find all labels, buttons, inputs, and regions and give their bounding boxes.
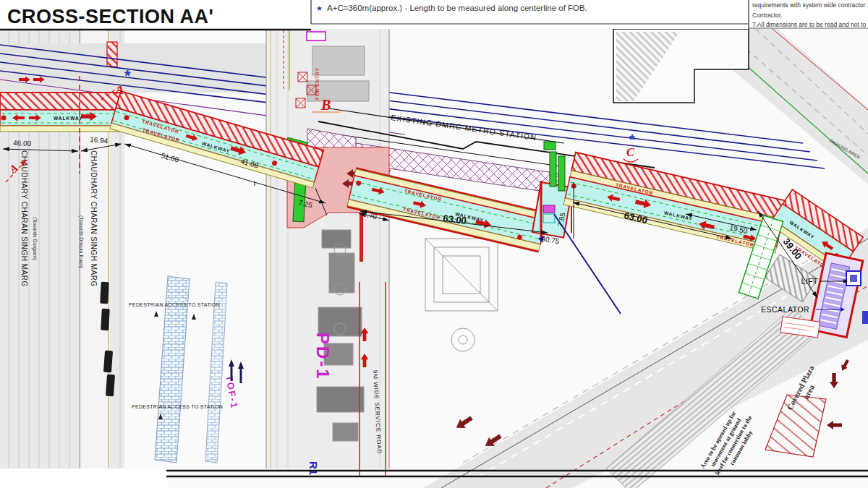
- street-toward-outer: (Towards Gurgaon): [32, 217, 38, 260]
- pedestrian-access-label-2: PEDESTRIAN ACCESS TO STATION: [132, 404, 223, 409]
- notes-right-line-2: Contractor.: [752, 12, 783, 19]
- street-toward-inner: (Towards Dhaula Kuan): [78, 215, 84, 268]
- centerline-note: A+C=360m(approx.) - Length to be measure…: [327, 4, 587, 12]
- marker-star-a: *: [124, 67, 131, 85]
- note-star-icon: ★: [316, 4, 323, 12]
- marker-a: A: [115, 83, 124, 97]
- drawing-title: CROSS-SECTION AA': [7, 6, 213, 27]
- escalator-bar: [558, 156, 565, 191]
- street-name-inner: CHAUDHARY CHARAN SINGH MARG: [90, 150, 98, 287]
- cross-section-drawing: CHAUDHARY CHARAN SINGH MARG (Towards Gur…: [0, 0, 868, 488]
- walkway-label-1: WALKWAY: [54, 116, 82, 121]
- r1-label: R1: [307, 461, 320, 475]
- header: CROSS-SECTION AA' ★ A+C=360m(approx.) - …: [0, 0, 868, 30]
- marker-star-c: *: [629, 132, 635, 147]
- street-name-outer: CHAUDHARY CHARAN SINGH MARG: [20, 150, 28, 287]
- escalator-label: ESCALATOR: [761, 305, 809, 314]
- marker-c: C: [626, 146, 634, 158]
- notes-right-line-1: requirements with system wide contractor…: [752, 1, 868, 9]
- fob-entry-label: FOB ENTRY: [315, 68, 320, 100]
- pd1-label: PD-1: [313, 333, 333, 381]
- marker-b: B: [320, 97, 331, 113]
- escalator-bar: [550, 152, 556, 187]
- middle-road: [266, 29, 391, 477]
- pedestrian-access-label-1: PEDESTRIAN ACCESS TO STATION: [129, 302, 220, 307]
- dim-46: 46.00: [13, 139, 32, 147]
- notes-right-line-3: 7.All dimensions are to be read and not …: [752, 21, 867, 28]
